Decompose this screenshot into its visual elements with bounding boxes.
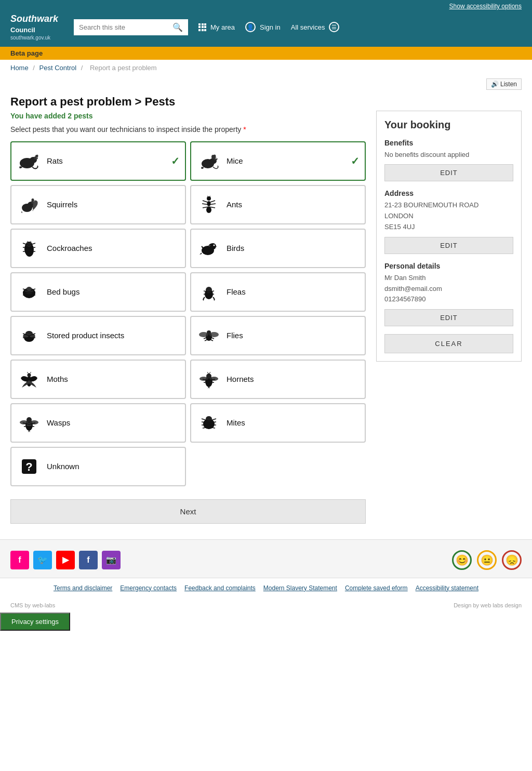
pest-wasps-label: Wasps (47, 418, 70, 427)
unknown-icon: ? (17, 454, 42, 479)
right-panel: Your booking Benefits No benefits discou… (376, 95, 522, 524)
pest-flies-label: Flies (227, 331, 243, 340)
edit-personal-button[interactable]: EDIT (384, 309, 513, 326)
sign-in-link[interactable]: 👤 Sign in (245, 22, 281, 32)
main-container: Report a pest problem > Pests You have a… (0, 90, 532, 539)
feedback-sad[interactable]: 😞 (502, 550, 522, 570)
svg-point-9 (216, 158, 217, 159)
pest-moths-label: Moths (47, 375, 68, 383)
pest-cockroaches-label: Cockroaches (47, 244, 92, 252)
svg-point-11 (214, 154, 216, 158)
footer-links: Terms and disclaimer Emergency contacts … (0, 578, 532, 598)
footer-social: f 🐦 ▶ f 📷 😊 😐 😞 (0, 539, 532, 578)
booking-title: Your booking (384, 119, 513, 131)
pest-bed-bugs[interactable]: Bed bugs (10, 272, 186, 312)
pest-hornets-label: Hornets (227, 375, 254, 383)
mite-icon (196, 410, 221, 435)
booking-personal-section: Personal details Mr Dan Smith dsmith@ema… (384, 262, 513, 326)
svg-point-51 (206, 287, 212, 293)
svg-point-66 (199, 332, 208, 337)
instagram-icon[interactable]: 📷 (102, 551, 121, 569)
logo[interactable]: Southwark Council southwark.gov.uk (10, 14, 58, 41)
flickr-icon[interactable]: f (10, 551, 29, 569)
all-services-label: All services (291, 23, 325, 31)
footer-bottom: CMS by web-labs Design by web labs desig… (0, 598, 532, 613)
pest-bed-bugs-label: Bed bugs (47, 287, 79, 296)
beta-bar: Beta page (0, 47, 532, 60)
moth-icon (17, 367, 42, 392)
svg-point-16 (32, 198, 34, 202)
pest-hornets[interactable]: Hornets (190, 360, 366, 399)
cms-label: CMS by web-labs (10, 602, 55, 608)
bed-bug-icon (17, 280, 42, 304)
privacy-settings-button[interactable]: Privacy settings (0, 613, 70, 631)
rats-check: ✓ (171, 155, 180, 167)
footer-terms-link[interactable]: Terms and disclaimer (54, 584, 112, 592)
ant-icon (196, 192, 221, 217)
pest-mice[interactable]: Mice ✓ (190, 141, 366, 181)
pest-grid: Rats ✓ Mice (10, 141, 366, 486)
search-input[interactable] (79, 23, 172, 31)
footer-emergency-link[interactable]: Emergency contacts (120, 584, 177, 592)
pest-unknown[interactable]: ? Unknown (10, 447, 186, 486)
footer-accessibility-link[interactable]: Accessibility statement (416, 584, 478, 592)
pest-squirrels-label: Squirrels (47, 200, 77, 209)
logo-line2: Council (10, 26, 35, 34)
pest-unknown-label: Unknown (47, 462, 79, 471)
site-header: Show accessibility options Southwark Cou… (0, 0, 532, 47)
pest-mites[interactable]: Mites (190, 403, 366, 443)
all-services-link[interactable]: All services ☰ (291, 22, 340, 32)
rat-icon (17, 149, 42, 174)
svg-point-49 (26, 287, 32, 291)
pest-stored-product-insects[interactable]: Stored product insects (10, 316, 186, 355)
pest-mice-label: Mice (227, 156, 243, 165)
booking-benefits-title: Benefits (384, 139, 513, 147)
feedback-happy[interactable]: 😊 (452, 550, 472, 570)
pest-ants[interactable]: Ants (190, 185, 366, 224)
sign-in-icon: 👤 (245, 22, 256, 32)
flea-icon (196, 280, 221, 304)
listen-bar: 🔊 Listen (0, 76, 532, 90)
breadcrumb-home[interactable]: Home (10, 64, 29, 72)
bird-icon (196, 236, 221, 261)
pest-fleas-label: Fleas (227, 287, 246, 296)
pest-squirrels[interactable]: Squirrels (10, 185, 186, 224)
pest-fleas[interactable]: Fleas (190, 272, 366, 312)
edit-address-button[interactable]: EDIT (384, 237, 513, 254)
footer-slavery-link[interactable]: Modern Slavery Statement (263, 584, 337, 592)
select-instruction: Select pests that you want our technicia… (10, 125, 366, 134)
listen-button[interactable]: 🔊 Listen (486, 78, 522, 90)
edit-benefits-button[interactable]: EDIT (384, 164, 513, 181)
search-form: 🔍 (74, 19, 188, 35)
footer-eform-link[interactable]: Complete saved eform (345, 584, 408, 592)
pest-birds[interactable]: Birds (190, 229, 366, 268)
booking-benefits-value: No benefits discount applied (384, 150, 513, 161)
accessibility-link[interactable]: Show accessibility options (449, 3, 522, 10)
facebook-icon[interactable]: f (79, 551, 98, 569)
booking-personal-detail: Mr Dan Smith dsmith@email.com 0123456789… (384, 273, 513, 305)
svg-line-94 (24, 426, 29, 427)
mice-check: ✓ (351, 155, 360, 167)
breadcrumb-pest-control[interactable]: Pest Control (39, 64, 77, 72)
twitter-icon[interactable]: 🐦 (33, 551, 52, 569)
required-marker: * (243, 125, 246, 134)
pest-flies[interactable]: Flies (190, 316, 366, 355)
search-button[interactable]: 🔍 (172, 22, 183, 32)
my-area-link[interactable]: My area (198, 23, 235, 31)
clear-button[interactable]: CLEAR (384, 334, 513, 353)
pest-moths[interactable]: Moths (10, 360, 186, 399)
menu-icon: ☰ (329, 22, 339, 32)
pest-wasps[interactable]: Wasps (10, 403, 186, 443)
pest-cockroaches[interactable]: Cockroaches (10, 229, 186, 268)
booking-address-detail: 21-23 BOURNEMOUTH ROAD LONDON SE15 4UJ (384, 200, 513, 232)
booking-address-section: Address 21-23 BOURNEMOUTH ROAD LONDON SE… (384, 189, 513, 254)
footer-feedback-link[interactable]: Feedback and complaints (184, 584, 256, 592)
pest-stored-insects-label: Stored product insects (47, 331, 124, 340)
breadcrumb-sep2: / (81, 64, 85, 72)
pest-rats[interactable]: Rats ✓ (10, 141, 186, 181)
youtube-icon[interactable]: ▶ (56, 551, 75, 569)
feedback-neutral[interactable]: 😐 (477, 550, 497, 570)
stored-insects-icon (17, 323, 42, 348)
next-button[interactable]: Next (10, 499, 366, 524)
header-nav: My area 👤 Sign in All services ☰ (198, 22, 339, 32)
